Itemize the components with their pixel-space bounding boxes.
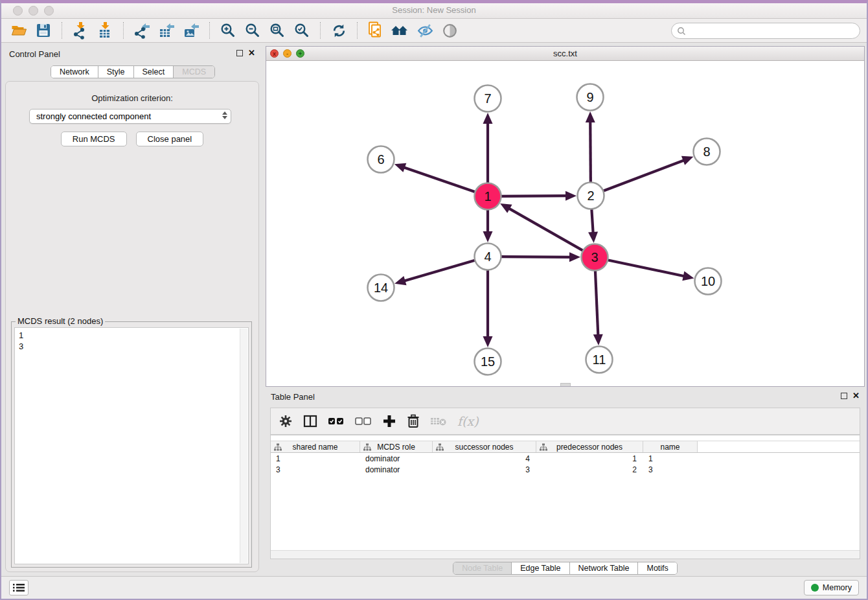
export-table-icon[interactable] (156, 21, 177, 40)
edge-arrowhead (593, 334, 603, 345)
table-cell[interactable]: 3 (643, 465, 698, 475)
edge-2-3[interactable] (591, 208, 593, 235)
delete-icon[interactable] (407, 414, 420, 428)
edge-2-8[interactable] (602, 159, 686, 191)
show-all-icon[interactable] (439, 21, 460, 40)
svg-text:8: 8 (703, 144, 710, 159)
column-header-shared-name[interactable]: shared name (271, 441, 360, 452)
graph-node-2[interactable]: 2 (578, 183, 604, 209)
table-row[interactable]: 3dominator323 (271, 465, 860, 475)
table-hscrollbar[interactable] (271, 550, 860, 559)
search-box[interactable] (671, 23, 860, 39)
graph-node-1[interactable]: 1 (475, 183, 501, 210)
tab-network[interactable]: Network (51, 66, 98, 78)
table-row[interactable]: 1dominator411 (271, 454, 860, 464)
refresh-layout-icon[interactable] (328, 21, 349, 40)
result-scrollbar[interactable] (240, 329, 247, 563)
deselect-all-icon[interactable] (355, 417, 372, 426)
edge-1-6[interactable] (402, 167, 476, 192)
network-maximize-button[interactable]: + (296, 49, 304, 58)
tab-mcds[interactable]: MCDS (173, 66, 214, 78)
table-cell[interactable]: 1 (536, 454, 643, 464)
mcds-result-text[interactable]: 1 3 (14, 327, 249, 564)
edge-3-10[interactable] (607, 260, 686, 277)
column-header-predecessor-nodes[interactable]: predecessor nodes (536, 441, 643, 452)
network-minimize-button[interactable]: - (283, 49, 291, 58)
edge-4-3[interactable] (500, 257, 572, 257)
dropdown-selected-value: strongly connected component (36, 111, 151, 121)
split-panel-icon[interactable] (303, 414, 317, 428)
table-cell[interactable]: 3 (433, 465, 536, 475)
tab-edge-table[interactable]: Edge Table (511, 562, 569, 574)
edge-arrowhead (681, 156, 694, 165)
tab-style[interactable]: Style (98, 66, 133, 78)
add-icon[interactable] (382, 414, 396, 428)
edge-3-11[interactable] (595, 270, 599, 337)
export-network-icon[interactable] (131, 21, 152, 40)
import-network-icon[interactable] (70, 21, 91, 40)
memory-button[interactable]: Memory (804, 580, 859, 595)
select-all-icon[interactable] (328, 417, 345, 426)
float-panel-icon[interactable] (841, 393, 847, 399)
tab-motifs[interactable]: Motifs (637, 562, 676, 574)
table-cell[interactable]: 1 (271, 454, 360, 464)
function-builder-icon[interactable]: f(x) (457, 414, 479, 428)
tab-network-table[interactable]: Network Table (569, 562, 638, 574)
network-graph-canvas[interactable]: 7968124314101511 (266, 61, 864, 386)
graph-node-9[interactable]: 9 (577, 84, 604, 111)
zoom-out-icon[interactable] (242, 21, 263, 40)
mcds-result-group: MCDS result (2 nodes) 1 3 (11, 321, 252, 568)
edge-3-1[interactable] (507, 207, 584, 251)
task-history-button[interactable] (9, 580, 29, 595)
table-cell[interactable]: dominator (360, 465, 433, 475)
tab-select[interactable]: Select (133, 66, 174, 78)
graph-node-14[interactable]: 14 (368, 275, 394, 301)
graph-node-8[interactable]: 8 (694, 139, 720, 165)
open-file-icon[interactable] (8, 21, 29, 40)
float-panel-icon[interactable] (236, 50, 243, 56)
save-session-icon[interactable] (33, 21, 54, 40)
column-header-name[interactable]: name (643, 441, 698, 452)
graph-node-3[interactable]: 3 (582, 244, 608, 271)
table-header-row: shared nameMCDS rolesuccessor nodesprede… (271, 441, 860, 453)
graph-node-11[interactable]: 11 (586, 347, 613, 373)
resize-grip[interactable] (560, 383, 571, 386)
close-panel-icon[interactable]: ✕ (248, 50, 255, 56)
graph-node-15[interactable]: 15 (475, 349, 501, 375)
table-cell[interactable]: dominator (360, 454, 433, 464)
close-panel-button[interactable]: Close panel (136, 132, 204, 146)
import-table-icon[interactable] (95, 21, 115, 40)
zoom-selected-icon[interactable] (291, 21, 312, 40)
column-header-MCDS-role[interactable]: MCDS role (360, 441, 433, 452)
first-neighbors-icon[interactable] (390, 21, 411, 40)
zoom-in-icon[interactable] (218, 21, 238, 40)
clone-network-icon[interactable] (365, 21, 386, 40)
graph-node-7[interactable]: 7 (475, 86, 501, 112)
network-close-button[interactable]: x (270, 49, 279, 58)
zoom-fit-icon[interactable] (267, 21, 288, 40)
table-cell[interactable]: 2 (536, 465, 643, 475)
export-image-icon[interactable] (181, 21, 201, 40)
network-window-titlebar[interactable]: x - + scc.txt (266, 47, 864, 61)
edge-4-14[interactable] (403, 260, 476, 281)
optimization-criterion-dropdown[interactable]: strongly connected component (29, 109, 231, 124)
graph-node-4[interactable]: 4 (475, 244, 501, 270)
table-cell[interactable]: 3 (271, 465, 360, 475)
table-cell[interactable]: 1 (643, 454, 698, 464)
graph-node-10[interactable]: 10 (695, 268, 722, 295)
list-icon (13, 583, 25, 592)
graph-node-6[interactable]: 6 (368, 146, 394, 173)
column-settings-icon[interactable] (279, 414, 293, 428)
hide-selected-icon[interactable] (415, 21, 435, 40)
close-panel-icon[interactable]: ✕ (852, 393, 860, 399)
delete-table-icon[interactable] (430, 416, 447, 426)
node-table: shared nameMCDS rolesuccessor nodesprede… (270, 435, 860, 559)
edge-1-2[interactable] (500, 196, 568, 196)
edge-2-9[interactable] (590, 120, 591, 183)
tab-node-table[interactable]: Node Table (453, 562, 511, 574)
search-input[interactable] (686, 27, 860, 36)
table-cell[interactable]: 4 (433, 454, 536, 464)
edge-arrowhead (569, 252, 580, 262)
run-mcds-button[interactable]: Run MCDS (61, 132, 127, 146)
column-header-successor-nodes[interactable]: successor nodes (433, 441, 536, 452)
